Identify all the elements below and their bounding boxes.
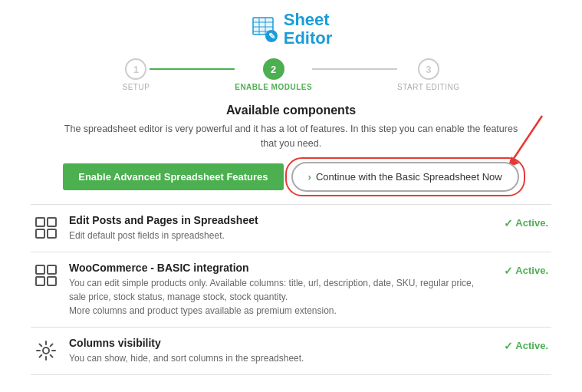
component-desc-columns: You can show, hide, and sort columns in … <box>69 351 493 365</box>
step-2-label: ENABLE MODULES <box>235 83 312 91</box>
logo-icon: ✎ <box>250 15 279 44</box>
svg-rect-12 <box>36 229 44 238</box>
btn-arrow-icon: › <box>308 171 311 183</box>
status-label-posts: Active. <box>515 217 548 229</box>
basic-button-wrapper: › Continue with the Basic Spreadsheet No… <box>291 162 519 192</box>
svg-rect-11 <box>48 218 56 226</box>
svg-rect-13 <box>48 229 56 238</box>
component-item-posts: Edit Posts and Pages in Spreadsheet Edit… <box>31 205 551 252</box>
component-name-posts: Edit Posts and Pages in Spreadsheet <box>69 214 493 226</box>
component-item-columns: Columns visibility You can show, hide, a… <box>31 328 551 375</box>
section-desc: The spreadsheet editor is very powerful … <box>61 122 521 151</box>
component-status-posts: ✓ Active. <box>504 214 548 229</box>
svg-point-18 <box>43 348 49 354</box>
enable-advanced-button[interactable]: Enable Advanced Spreadsheet Features <box>63 163 283 190</box>
step-2-circle: 2 <box>263 58 284 80</box>
step-1-circle: 1 <box>125 58 146 80</box>
grid-icon-woo <box>34 263 58 288</box>
status-label-columns: Active. <box>515 340 548 351</box>
component-name-columns: Columns visibility <box>69 337 493 349</box>
component-content-woo: WooCommerce - BASIC integration You can … <box>69 262 493 318</box>
component-name-woo: WooCommerce - BASIC integration <box>69 262 493 274</box>
svg-rect-17 <box>48 277 56 285</box>
svg-rect-16 <box>36 277 44 285</box>
checkmark-woo: ✓ <box>504 265 513 277</box>
stepper: 1 SETUP 2 ENABLE MODULES 3 START EDITING <box>123 58 460 91</box>
checkmark-columns: ✓ <box>504 340 513 352</box>
gear-icon-columns <box>34 338 58 363</box>
step-connector-2 <box>312 68 397 70</box>
step-3: 3 START EDITING <box>397 58 460 91</box>
buttons-row: Enable Advanced Spreadsheet Features › C… <box>63 162 519 192</box>
logo-area: ✎ Sheet Editor <box>250 11 333 48</box>
step-1: 1 SETUP <box>123 58 150 91</box>
component-content-posts: Edit Posts and Pages in Spreadsheet Edit… <box>69 214 493 242</box>
svg-rect-15 <box>48 265 56 274</box>
components-list: Edit Posts and Pages in Spreadsheet Edit… <box>31 204 551 375</box>
svg-rect-14 <box>36 265 44 274</box>
step-3-circle: 3 <box>418 58 439 80</box>
step-1-label: SETUP <box>123 83 150 91</box>
basic-button-label: Continue with the Basic Spreadsheet Now <box>316 171 502 183</box>
component-desc-woo: You can edit simple products only. Avail… <box>69 276 493 318</box>
component-status-woo: ✓ Active. <box>504 262 548 277</box>
step-2: 2 ENABLE MODULES <box>235 58 312 91</box>
continue-basic-button[interactable]: › Continue with the Basic Spreadsheet No… <box>291 162 519 192</box>
component-content-columns: Columns visibility You can show, hide, a… <box>69 337 493 365</box>
checkmark-posts: ✓ <box>504 217 513 229</box>
grid-icon-posts <box>34 216 58 240</box>
component-item-woo: WooCommerce - BASIC integration You can … <box>31 252 551 328</box>
svg-rect-10 <box>36 218 44 226</box>
section-title: Available components <box>226 104 356 117</box>
component-desc-posts: Edit default post fields in spreadsheet. <box>69 229 493 242</box>
step-3-label: START EDITING <box>397 83 460 91</box>
status-label-woo: Active. <box>515 265 548 276</box>
component-status-columns: ✓ Active. <box>504 337 548 352</box>
svg-text:✎: ✎ <box>268 31 275 41</box>
step-connector-1 <box>150 68 235 70</box>
logo-text: Sheet Editor <box>284 11 333 48</box>
